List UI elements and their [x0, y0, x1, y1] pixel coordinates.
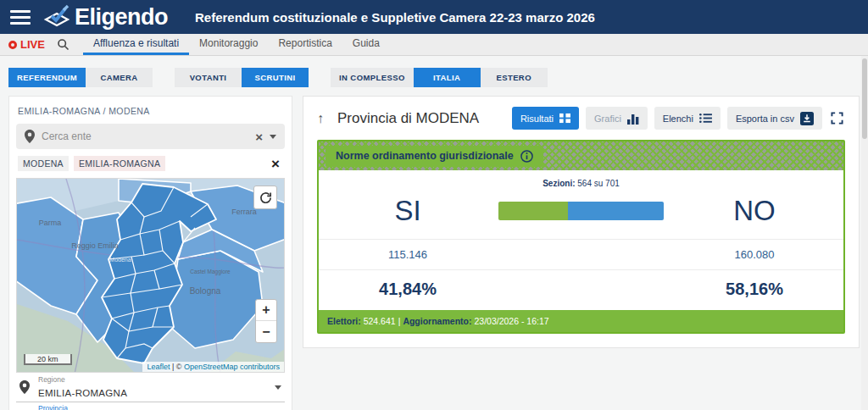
question-label: Norme ordinamento giurisdizionale — [326, 146, 543, 167]
tab-guida[interactable]: Guida — [342, 34, 390, 55]
regione-text: Regione EMILIA-ROMAGNA — [38, 375, 266, 400]
scrollbar-thumb[interactable] — [862, 58, 867, 139]
regione-value: EMILIA-ROMAGNA — [38, 388, 127, 398]
esporta-csv-button[interactable]: Esporta in csv — [727, 107, 822, 130]
filter-group-area: IN COMPLESSO ITALIA ESTERO — [331, 68, 548, 87]
result-body: Sezioni: 564 su 701 SI NO 115.146 160.08… — [319, 170, 843, 310]
map-label-parma: Parma — [39, 219, 62, 227]
map-refresh-button[interactable] — [253, 186, 277, 209]
grafici-label: Grafici — [594, 114, 621, 124]
filter-referendum[interactable]: REFERENDUM — [8, 68, 86, 87]
option-si-name: SI — [344, 195, 471, 227]
percent-row: 41,84% 58,16% — [319, 269, 843, 310]
provincia-label: Provincia — [38, 404, 266, 410]
option-no-name: NO — [691, 195, 818, 227]
grid-icon — [559, 113, 570, 124]
sezioni-label: Sezioni: — [542, 179, 575, 188]
risultati-label: Risultati — [520, 114, 554, 124]
result-bar-si — [498, 202, 568, 220]
regione-dropdown-icon[interactable] — [275, 385, 281, 390]
provincia-text: Provincia MODENA — [38, 404, 266, 410]
tab-monitoraggio[interactable]: Monitoraggio — [189, 34, 268, 55]
fullscreen-icon — [831, 112, 843, 125]
map-canvas: Parma Reggio Emilia Ferrara Bologna Cast… — [17, 179, 285, 373]
votes-row: 115.146 160.080 — [319, 239, 843, 269]
top-bar: Eligendo Referendum costituzionale e Sup… — [0, 0, 868, 34]
provincia-select[interactable]: Provincia MODENA — [16, 402, 285, 410]
map-label-bologna: Bologna — [190, 286, 221, 296]
level-up-arrow-icon[interactable]: ↑ — [317, 111, 324, 126]
elenchi-button[interactable]: Elenchi — [654, 107, 721, 130]
tag-modena[interactable]: MODENA — [18, 156, 69, 171]
referendum-result-card: Norme ordinamento giurisdizionale Sezion… — [317, 140, 845, 334]
tab-affluenza-e-risultati[interactable]: Affluenza e risultati — [83, 34, 189, 55]
zoom-in-button[interactable]: + — [256, 300, 276, 321]
elettori-label: Elettori: — [327, 316, 361, 326]
zoom-out-button[interactable]: − — [256, 321, 276, 342]
filter-scrutini[interactable]: SCRUTINI — [242, 68, 309, 87]
map-label-ferrara: Ferrara — [231, 208, 257, 216]
map-label-modena: Modena — [109, 257, 131, 263]
page-title: Referendum costituzionale e Suppletive C… — [195, 10, 595, 25]
map-label-castel-maggiore: Castel Maggiore — [190, 269, 231, 275]
scrollbar-track[interactable] — [861, 56, 868, 410]
search-box[interactable]: × — [16, 124, 285, 149]
results-header: ↑ Provincia di MODENA Risultati Grafici — [317, 107, 845, 130]
sezioni-value: 564 su 701 — [577, 179, 620, 188]
live-button[interactable]: LIVE — [8, 34, 45, 55]
info-icon[interactable] — [520, 150, 533, 163]
osm-link[interactable]: OpenStreetMap contributors — [184, 363, 280, 371]
filter-italia[interactable]: ITALIA — [414, 68, 481, 87]
breadcrumb-region[interactable]: EMILIA-ROMAGNA — [18, 106, 100, 116]
live-label: LIVE — [20, 38, 45, 51]
search-icon[interactable] — [57, 34, 70, 55]
content: EMILIA-ROMAGNA / MODENA × MODENA EMILIA-… — [0, 96, 868, 410]
brand-name: Eligendo — [75, 4, 168, 30]
map-zoom-control: + − — [255, 299, 277, 343]
leaflet-map[interactable]: Parma Reggio Emilia Ferrara Bologna Cast… — [16, 178, 285, 373]
risultati-button[interactable]: Risultati — [512, 107, 579, 130]
tab-reportistica[interactable]: Reportistica — [268, 34, 342, 55]
filter-group-election: REFERENDUM CAMERA — [8, 68, 153, 87]
ballot-box-icon — [42, 4, 71, 30]
filter-estero[interactable]: ESTERO — [481, 68, 548, 87]
list-icon — [699, 113, 712, 124]
filter-votanti[interactable]: VOTANTI — [175, 68, 242, 87]
filter-row: REFERENDUM CAMERA VOTANTI SCRUTINI IN CO… — [0, 56, 868, 96]
selected-tags: MODENA EMILIA-ROMAGNA × — [16, 149, 285, 178]
votes-si: 115.146 — [344, 248, 471, 261]
hamburger-menu-icon[interactable] — [10, 7, 31, 28]
grafici-button[interactable]: Grafici — [586, 107, 648, 130]
percent-no: 58,16% — [691, 280, 818, 299]
tags-close-icon[interactable]: × — [271, 157, 283, 171]
votes-no: 160.080 — [691, 248, 818, 261]
elettori-value: 524.641 — [364, 316, 396, 326]
leaflet-link[interactable]: Leaflet — [147, 363, 170, 371]
eligendo-logo[interactable]: Eligendo — [42, 4, 168, 30]
search-input[interactable] — [42, 130, 248, 142]
aggiornamento-value: 23/03/2026 - 16:17 — [474, 316, 548, 326]
results-toolbar: Risultati Grafici Elenchi — [512, 107, 845, 130]
options-row: SI NO — [319, 188, 843, 239]
map-label-reggio: Reggio Emilia — [71, 241, 119, 250]
question-text: Norme ordinamento giurisdizionale — [336, 150, 514, 162]
fullscreen-button[interactable] — [829, 112, 845, 125]
aggiornamento-label: Aggiornamento: — [403, 316, 471, 326]
search-dropdown-icon[interactable] — [270, 135, 276, 139]
question-header: Norme ordinamento giurisdizionale — [319, 141, 843, 170]
search-clear-icon[interactable]: × — [255, 130, 263, 143]
tag-emilia-romagna[interactable]: EMILIA-ROMAGNA — [74, 156, 165, 171]
location-pin-icon — [25, 130, 35, 143]
percent-si: 41,84% — [344, 280, 471, 299]
result-footer: Elettori:524.641|Aggiornamento:23/03/202… — [319, 310, 843, 332]
bar-chart-icon — [627, 113, 639, 125]
results-title: Provincia di MODENA — [337, 110, 479, 127]
map-attribution: Leaflet | © OpenStreetMap contributors — [142, 362, 284, 372]
footer-separator: | — [398, 316, 401, 326]
elenchi-label: Elenchi — [663, 114, 693, 124]
regione-label: Regione — [38, 375, 266, 384]
main-nav: LIVE Affluenza e risultati Monitoraggio … — [0, 34, 868, 56]
regione-select[interactable]: Regione EMILIA-ROMAGNA — [16, 373, 285, 402]
filter-in-complesso[interactable]: IN COMPLESSO — [331, 68, 414, 87]
filter-camera[interactable]: CAMERA — [86, 68, 153, 87]
